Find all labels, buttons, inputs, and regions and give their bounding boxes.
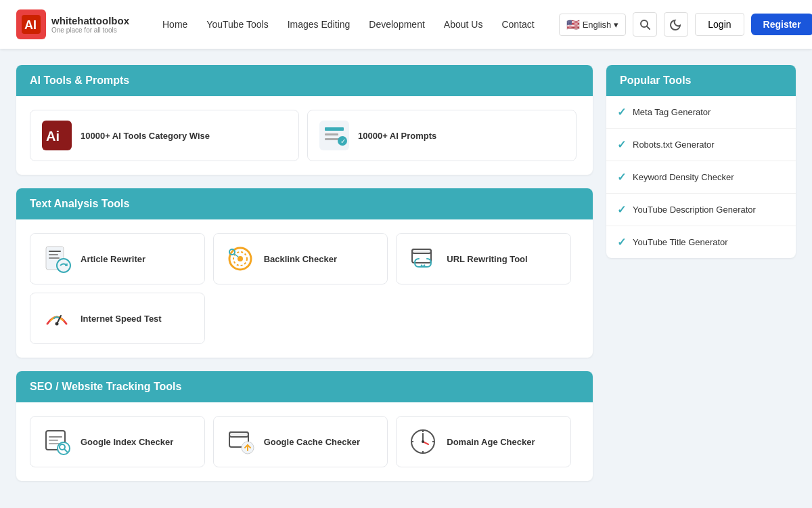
ai-tools-category-name: 10000+ AI Tools Category Wise: [81, 131, 210, 141]
flag-icon: 🇺🇸: [566, 18, 580, 31]
popular-item-keyword-label: Keyword Density Checker: [633, 172, 734, 182]
logo-name: whitehattoolbox: [51, 15, 129, 26]
popular-item-meta-tag[interactable]: ✓ Meta Tag Generator: [606, 96, 796, 129]
logo-tagline: One place for all tools: [51, 26, 129, 34]
popular-item-youtube-title[interactable]: ✓ YouTube Title Generator: [606, 226, 796, 258]
domain-age-icon: [407, 426, 438, 457]
content-area: AI Tools & Prompts Ai 10000+ AI Tools Ca…: [16, 65, 593, 481]
ai-tools-icon: Ai: [41, 120, 72, 151]
svg-rect-31: [49, 443, 60, 444]
backlink-checker-icon: [225, 243, 256, 274]
ai-tools-header: AI Tools & Prompts: [16, 65, 593, 96]
internet-speed-icon: [41, 303, 72, 334]
backlink-checker-name: Backlink Checker: [264, 254, 337, 264]
chevron-down-icon: ▾: [614, 20, 618, 30]
popular-item-robots-label: Robots.txt Generator: [633, 140, 715, 150]
internet-speed-name: Internet Speed Test: [81, 314, 162, 324]
svg-point-16: [57, 259, 70, 272]
tool-card-google-index[interactable]: Google Index Checker: [30, 416, 205, 467]
nav-item-home[interactable]: Home: [154, 14, 196, 35]
logo-icon: AI: [16, 9, 46, 39]
tool-card-article-rewriter[interactable]: Article Rewriter: [30, 233, 205, 284]
popular-item-meta-tag-label: Meta Tag Generator: [633, 107, 710, 117]
svg-rect-14: [49, 254, 58, 255]
check-icon: ✓: [617, 203, 626, 216]
nav-item-images-editing[interactable]: Images Editing: [279, 14, 359, 35]
check-icon: ✓: [617, 236, 626, 249]
popular-item-youtube-desc-label: YouTube Description Generator: [633, 205, 756, 215]
popular-item-youtube-title-label: YouTube Title Generator: [633, 237, 728, 247]
svg-point-27: [55, 322, 59, 326]
article-rewriter-icon: [41, 243, 72, 274]
check-icon: ✓: [617, 171, 626, 184]
svg-rect-8: [325, 133, 338, 135]
popular-tools-header: Popular Tools: [606, 65, 796, 96]
language-label: English: [583, 20, 612, 30]
popular-item-keyword-density[interactable]: ✓ Keyword Density Checker: [606, 161, 796, 194]
google-index-name: Google Index Checker: [81, 437, 173, 447]
article-rewriter-name: Article Rewriter: [81, 254, 145, 264]
check-icon: ✓: [617, 106, 626, 119]
svg-text:Ai: Ai: [46, 129, 60, 144]
tool-card-ai-tools-category[interactable]: Ai 10000+ AI Tools Category Wise: [30, 110, 299, 161]
svg-text:✓: ✓: [340, 137, 346, 145]
register-button[interactable]: Register: [751, 14, 812, 35]
text-analysis-header: Text Analysis Tools: [16, 188, 593, 219]
nav-actions: 🇺🇸 English ▾ Login Register: [559, 12, 812, 37]
popular-tools-box: Popular Tools ✓ Meta Tag Generator ✓ Rob…: [606, 65, 796, 258]
navbar: AI whitehattoolbox One place for all too…: [0, 0, 812, 49]
nav-item-development[interactable]: Development: [361, 14, 433, 35]
svg-rect-30: [49, 440, 58, 441]
nav-item-contact[interactable]: Contact: [493, 14, 542, 35]
sidebar: Popular Tools ✓ Meta Tag Generator ✓ Rob…: [606, 65, 796, 481]
tool-card-internet-speed[interactable]: Internet Speed Test: [30, 293, 205, 344]
svg-text:AI: AI: [24, 18, 37, 32]
main-layout: AI Tools & Prompts Ai 10000+ AI Tools Ca…: [0, 49, 812, 497]
url-rewriting-icon: [407, 243, 438, 274]
language-selector[interactable]: 🇺🇸 English ▾: [559, 14, 627, 36]
svg-rect-7: [325, 127, 344, 131]
url-rewriting-name: URL Rewriting Tool: [447, 254, 527, 264]
seo-tools-section: SEO / Website Tracking Tools: [16, 371, 593, 481]
tool-card-backlink-checker[interactable]: Backlink Checker: [213, 233, 388, 284]
check-icon: ✓: [617, 138, 626, 151]
svg-rect-36: [229, 432, 248, 437]
svg-rect-29: [49, 436, 62, 438]
seo-tools-header: SEO / Website Tracking Tools: [16, 371, 593, 402]
text-analysis-section: Text Analysis Tools: [16, 188, 593, 358]
ai-tools-body: Ai 10000+ AI Tools Category Wise ✓: [16, 96, 593, 175]
tool-card-ai-prompts[interactable]: ✓ 10000+ AI Prompts: [307, 110, 577, 161]
tool-card-google-cache[interactable]: Google Cache Checker: [213, 416, 388, 467]
popular-tools-list: ✓ Meta Tag Generator ✓ Robots.txt Genera…: [606, 96, 796, 258]
text-analysis-body: Article Rewriter Backlink Checker: [16, 219, 593, 358]
svg-rect-15: [49, 257, 60, 259]
svg-point-19: [238, 256, 243, 261]
google-cache-name: Google Cache Checker: [264, 437, 360, 447]
popular-item-youtube-desc[interactable]: ✓ YouTube Description Generator: [606, 194, 796, 226]
popular-item-robots-txt[interactable]: ✓ Robots.txt Generator: [606, 129, 796, 161]
dark-mode-button[interactable]: [664, 12, 688, 37]
svg-rect-13: [49, 251, 61, 252]
login-button[interactable]: Login: [695, 13, 744, 36]
svg-rect-23: [412, 249, 431, 253]
logo[interactable]: AI whitehattoolbox One place for all too…: [16, 9, 138, 39]
svg-point-42: [422, 440, 424, 443]
ai-prompts-icon: ✓: [319, 120, 350, 151]
domain-age-name: Domain Age Checker: [447, 437, 535, 447]
tool-card-domain-age[interactable]: Domain Age Checker: [396, 416, 571, 467]
google-index-icon: [41, 426, 72, 457]
nav-item-youtube-tools[interactable]: YouTube Tools: [198, 14, 276, 35]
ai-prompts-name: 10000+ AI Prompts: [358, 131, 436, 141]
google-cache-icon: [225, 426, 256, 457]
search-button[interactable]: [633, 12, 657, 37]
nav-item-about-us[interactable]: About Us: [436, 14, 491, 35]
nav-links: Home YouTube Tools Images Editing Develo…: [154, 14, 543, 35]
svg-line-3: [647, 26, 650, 29]
seo-tools-body: Google Index Checker Google Cache Checke…: [16, 402, 593, 481]
ai-tools-section: AI Tools & Prompts Ai 10000+ AI Tools Ca…: [16, 65, 593, 175]
tool-card-url-rewriting[interactable]: URL Rewriting Tool: [396, 233, 571, 284]
